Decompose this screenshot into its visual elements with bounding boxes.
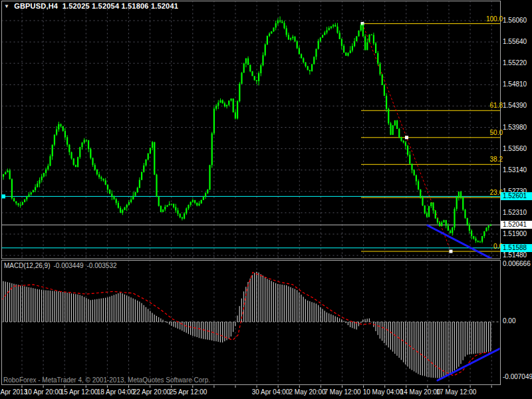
- candle: [118, 203, 119, 207]
- candle: [446, 220, 447, 226]
- candle: [201, 200, 202, 203]
- candle: [309, 70, 311, 71]
- candle: [7, 170, 8, 172]
- candle: [269, 33, 270, 35]
- candle: [403, 141, 404, 142]
- candle: [102, 179, 104, 180]
- candle: [450, 231, 451, 233]
- hline-handle[interactable]: [1, 194, 5, 198]
- candle: [454, 209, 455, 227]
- candle: [105, 180, 106, 184]
- candle: [485, 227, 487, 231]
- candle: [63, 126, 64, 131]
- candle: [258, 73, 259, 81]
- fib-anchor-handle[interactable]: [361, 22, 364, 25]
- candle: [424, 205, 426, 213]
- mt4-chart-window: 1.560601.556401.552201.548101.543901.539…: [0, 0, 532, 399]
- candle: [414, 170, 415, 176]
- candle: [222, 100, 223, 104]
- fib-level-label: 50.0: [472, 129, 503, 137]
- candle: [271, 31, 272, 33]
- candle: [452, 227, 453, 233]
- time-axis[interactable]: [0, 386, 500, 399]
- symbol-timeframe: GBPUSD,H4: [14, 2, 58, 10]
- main-chart-panel[interactable]: [2, 1, 501, 259]
- candle: [437, 218, 438, 222]
- candle: [329, 28, 330, 30]
- candle: [33, 190, 34, 192]
- candle: [100, 177, 102, 178]
- candle: [47, 166, 49, 169]
- candle: [188, 205, 189, 208]
- price-axis[interactable]: [500, 0, 532, 386]
- candle: [428, 206, 430, 217]
- candle: [84, 140, 85, 143]
- candle: [307, 66, 309, 70]
- candle: [219, 100, 221, 102]
- candle: [49, 156, 51, 166]
- candle: [90, 149, 91, 158]
- candle: [458, 192, 460, 197]
- candle: [164, 207, 166, 209]
- candle: [113, 196, 114, 199]
- candle: [262, 55, 263, 65]
- macd-panel[interactable]: [2, 261, 501, 385]
- candle: [411, 164, 412, 170]
- candle: [315, 49, 317, 57]
- chart-menu-icon[interactable]: ▼: [4, 3, 9, 9]
- candle: [169, 204, 170, 205]
- candle: [143, 166, 144, 172]
- candle: [481, 236, 483, 242]
- candle: [265, 45, 266, 55]
- candle: [322, 35, 323, 38]
- candle: [175, 207, 176, 210]
- fib-anchor-handle[interactable]: [450, 249, 453, 253]
- candle: [96, 170, 98, 174]
- fib-level-label: 61.8: [472, 102, 503, 110]
- candle: [439, 222, 440, 225]
- ohlc-readout: 1.52025 1.52054 1.51806 1.52041: [63, 2, 178, 10]
- candle: [379, 64, 380, 74]
- candle: [86, 140, 87, 141]
- candle: [469, 225, 470, 230]
- candle: [198, 203, 200, 205]
- candle: [305, 63, 306, 66]
- candle: [460, 192, 462, 198]
- candle: [371, 35, 372, 35]
- candle: [260, 65, 261, 73]
- candle: [290, 38, 291, 39]
- candle: [58, 124, 59, 130]
- candle: [471, 231, 472, 236]
- candle: [152, 142, 153, 148]
- candle: [94, 165, 96, 170]
- candle: [20, 205, 21, 205]
- copyright-text: RoboForex - MetaTrader 4, © 2001-2013, M…: [3, 376, 210, 384]
- candle: [52, 145, 53, 156]
- candle: [283, 23, 285, 28]
- candle: [418, 182, 419, 190]
- candle: [9, 170, 11, 179]
- candle: [362, 25, 364, 36]
- candle: [213, 109, 215, 134]
- candle: [39, 180, 40, 184]
- candle: [477, 241, 479, 242]
- candle: [332, 25, 334, 27]
- candle: [111, 194, 112, 196]
- candle: [345, 53, 346, 56]
- candle: [275, 23, 277, 27]
- candle: [162, 209, 164, 212]
- candle: [400, 138, 402, 141]
- candle: [360, 25, 362, 31]
- fib-level-label: 23.6: [472, 189, 503, 197]
- chart-canvas[interactable]: [0, 0, 532, 399]
- candle: [56, 130, 57, 135]
- candle: [237, 101, 238, 118]
- candle: [15, 201, 17, 203]
- candle: [490, 225, 491, 226]
- candle: [226, 105, 227, 106]
- candle: [326, 30, 327, 32]
- candle: [209, 165, 210, 190]
- candle: [368, 35, 370, 43]
- fib-anchor-handle[interactable]: [405, 136, 408, 139]
- candle: [243, 64, 245, 73]
